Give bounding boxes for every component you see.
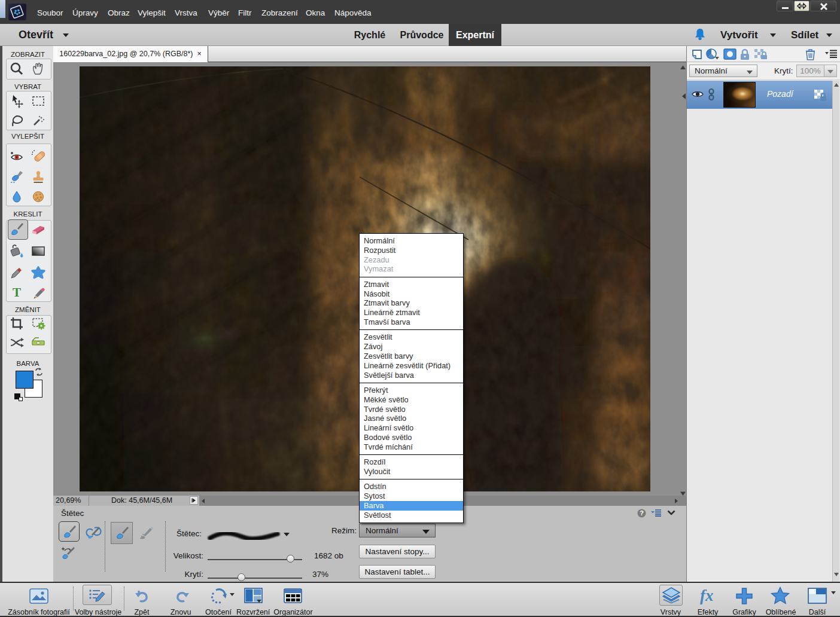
svg-text:fx: fx xyxy=(700,587,714,604)
svg-text:T: T xyxy=(13,285,21,300)
svg-text:?: ? xyxy=(640,509,644,517)
